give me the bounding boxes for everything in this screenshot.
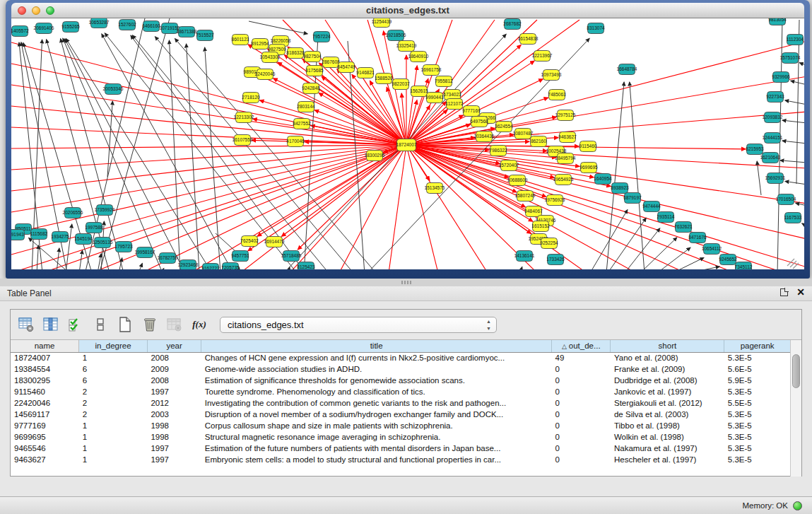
table-cell[interactable]: 0 bbox=[552, 409, 611, 420]
table-cell[interactable]: 0 bbox=[552, 375, 611, 386]
resize-grip-icon[interactable] bbox=[787, 259, 799, 269]
table-row[interactable]: 1456911722003Disruption of a novel membe… bbox=[11, 409, 791, 420]
table-cell[interactable]: Corpus callosum shape and size in male p… bbox=[201, 420, 552, 431]
table-cell[interactable]: 9465546 bbox=[11, 443, 79, 454]
table-cell[interactable]: 0 bbox=[552, 397, 611, 409]
scrollbar-thumb[interactable] bbox=[792, 354, 800, 388]
table-cell[interactable]: 5.3E-5 bbox=[724, 431, 791, 443]
table-cell[interactable]: 5.3E-5 bbox=[724, 454, 791, 465]
splitter-handle-icon[interactable] bbox=[401, 281, 411, 284]
float-panel-icon[interactable] bbox=[780, 288, 788, 296]
table-cell[interactable]: Yano et al. (2008) bbox=[611, 352, 724, 363]
table-row[interactable]: 946362711997Embryonic stem cells: a mode… bbox=[11, 454, 791, 465]
table-cell[interactable]: 14569117 bbox=[11, 409, 79, 420]
table-cell[interactable]: 19384554 bbox=[11, 363, 79, 375]
table-cell[interactable]: 0 bbox=[552, 454, 611, 465]
table-cell[interactable]: 1 bbox=[79, 454, 148, 465]
table-cell[interactable]: 22420046 bbox=[11, 397, 79, 409]
table-cell[interactable]: Estimation of significance thresholds fo… bbox=[201, 375, 552, 386]
table-cell[interactable]: Wolkin et al. (1998) bbox=[611, 431, 724, 443]
delete-table-icon[interactable] bbox=[166, 316, 183, 333]
column-header-pagerank[interactable]: pagerank bbox=[724, 340, 791, 352]
table-cell[interactable]: 2 bbox=[79, 409, 148, 420]
column-header-year[interactable]: year bbox=[147, 340, 201, 352]
table-settings-icon[interactable] bbox=[18, 316, 35, 333]
table-row[interactable]: 2242004622012Investigating the contribut… bbox=[11, 397, 791, 409]
column-header-name[interactable]: name bbox=[11, 340, 79, 352]
column-header-short[interactable]: short bbox=[611, 340, 724, 352]
table-cell[interactable]: 6 bbox=[79, 363, 148, 375]
table-cell[interactable]: 9777169 bbox=[11, 420, 79, 431]
table-cell[interactable]: 5.3E-5 bbox=[724, 443, 791, 454]
table-cell[interactable]: Genome-wide association studies in ADHD. bbox=[201, 363, 552, 375]
table-cell[interactable]: 2 bbox=[79, 386, 148, 397]
table-cell[interactable]: de Silva et al. (2003) bbox=[611, 409, 724, 420]
table-cell[interactable]: Jankovic et al. (1997) bbox=[611, 386, 724, 397]
table-cell[interactable]: Stergiakouli et al. (2012) bbox=[611, 397, 724, 409]
table-cell[interactable]: Disruption of a novel member of a sodium… bbox=[201, 409, 552, 420]
select-columns-icon[interactable] bbox=[67, 316, 84, 333]
table-row[interactable]: 1938455462009Genome-wide association stu… bbox=[11, 363, 791, 375]
table-cell[interactable]: 18724007 bbox=[11, 352, 79, 363]
column-header-out_de[interactable]: △out_de... bbox=[552, 340, 611, 352]
table-cell[interactable]: 5.3E-5 bbox=[724, 386, 791, 397]
table-cell[interactable]: 1 bbox=[79, 352, 148, 363]
new-table-icon[interactable] bbox=[117, 316, 134, 333]
table-cell[interactable]: 9699695 bbox=[11, 431, 79, 443]
show-columns-icon[interactable] bbox=[42, 316, 59, 333]
table-cell[interactable]: Changes of HCN gene expression and I(f) … bbox=[201, 352, 552, 363]
table-cell[interactable]: 6 bbox=[79, 375, 148, 386]
table-cell[interactable]: Nakamura et al. (1997) bbox=[611, 443, 724, 454]
network-window-titlebar[interactable]: citations_edges.txt bbox=[11, 3, 804, 18]
table-scrollbar[interactable] bbox=[790, 340, 801, 477]
table-cell[interactable]: Structural magnetic resonance image aver… bbox=[201, 431, 552, 443]
table-cell[interactable]: Dudbridge et al. (2008) bbox=[611, 375, 724, 386]
table-cell[interactable]: Investigating the contribution of common… bbox=[201, 397, 552, 409]
column-header-title[interactable]: title bbox=[201, 340, 552, 352]
table-row[interactable]: 977716911998Corpus callosum shape and si… bbox=[11, 420, 791, 431]
table-cell[interactable]: 5.5E-5 bbox=[724, 397, 791, 409]
table-cell[interactable]: 2008 bbox=[147, 375, 201, 386]
table-cell[interactable]: 1997 bbox=[147, 454, 201, 465]
table-cell[interactable]: Tibbo et al. (1998) bbox=[611, 420, 724, 431]
table-cell[interactable]: 2008 bbox=[147, 352, 201, 363]
table-row[interactable]: 969969511998Structural magnetic resonanc… bbox=[11, 431, 791, 443]
table-cell[interactable]: 9463627 bbox=[11, 454, 79, 465]
delete-columns-icon[interactable] bbox=[141, 316, 158, 333]
table-cell[interactable]: Estimation of the future numbers of pati… bbox=[201, 443, 552, 454]
citation-network-graph[interactable]: 1872400714055722069140691552651065328715… bbox=[11, 18, 804, 269]
table-row[interactable]: 1872400712008Changes of HCN gene express… bbox=[11, 352, 791, 363]
close-panel-icon[interactable]: ✕ bbox=[796, 288, 805, 296]
function-builder-icon[interactable]: f(x) bbox=[191, 316, 208, 333]
table-selector-dropdown[interactable]: citations_edges.txt ▲▼ bbox=[220, 317, 497, 333]
table-cell[interactable]: 2012 bbox=[147, 397, 201, 409]
table-cell[interactable]: 2 bbox=[79, 397, 148, 409]
table-cell[interactable]: 0 bbox=[552, 431, 611, 443]
table-cell[interactable]: 9115460 bbox=[11, 386, 79, 397]
table-cell[interactable]: 1 bbox=[79, 431, 148, 443]
table-cell[interactable]: 0 bbox=[552, 386, 611, 397]
table-cell[interactable]: 0 bbox=[552, 363, 611, 375]
table-cell[interactable]: 1997 bbox=[147, 386, 201, 397]
panel-splitter[interactable] bbox=[0, 279, 812, 286]
table-cell[interactable]: Hescheler et al. (1997) bbox=[611, 454, 724, 465]
table-cell[interactable]: 0 bbox=[552, 443, 611, 454]
table-cell[interactable]: 5.3E-5 bbox=[724, 352, 791, 363]
table-cell[interactable]: 1998 bbox=[147, 431, 201, 443]
table-cell[interactable]: 1997 bbox=[147, 443, 201, 454]
table-cell[interactable]: Tourette syndrome. Phenomenology and cla… bbox=[201, 386, 552, 397]
table-cell[interactable]: 5.3E-5 bbox=[724, 409, 791, 420]
table-cell[interactable]: 1 bbox=[79, 443, 148, 454]
table-row[interactable]: 946554611997Estimation of the future num… bbox=[11, 443, 791, 454]
table-cell[interactable]: 0 bbox=[552, 420, 611, 431]
row-height-icon[interactable] bbox=[92, 316, 109, 333]
network-canvas[interactable]: 1872400714055722069140691552651065328715… bbox=[11, 18, 804, 269]
table-row[interactable]: 1830029562008Estimation of significance … bbox=[11, 375, 791, 386]
table-row[interactable]: 911546021997Tourette syndrome. Phenomeno… bbox=[11, 386, 791, 397]
table-cell[interactable]: 5.9E-5 bbox=[724, 375, 791, 386]
table-cell[interactable]: Franke et al. (2009) bbox=[611, 363, 724, 375]
table-cell[interactable]: 5.3E-5 bbox=[724, 420, 791, 431]
table-cell[interactable]: 18300295 bbox=[11, 375, 79, 386]
table-cell[interactable]: 49 bbox=[552, 352, 611, 363]
table-cell[interactable]: 1 bbox=[79, 420, 148, 431]
